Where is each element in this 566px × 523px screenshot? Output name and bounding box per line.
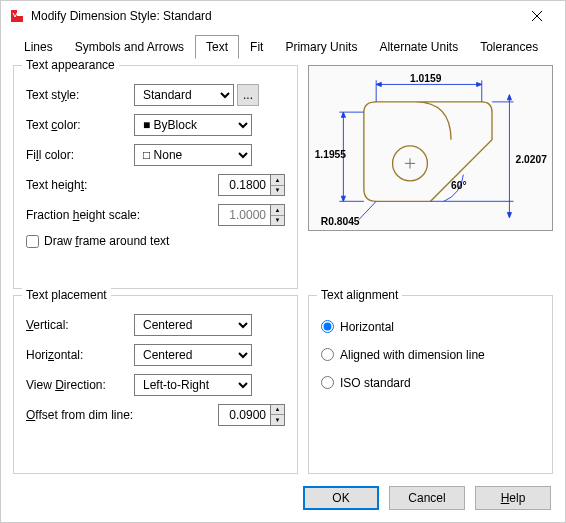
text-color-label: Text color:	[26, 118, 134, 132]
text-color-select[interactable]: ■ ByBlock	[134, 114, 252, 136]
text-height-input[interactable]	[218, 174, 270, 196]
spin-up-icon[interactable]: ▲	[271, 405, 284, 416]
text-appearance-legend: Text appearance	[22, 58, 119, 72]
fraction-height-stepper: ▲▼	[218, 204, 285, 226]
horizontal-radio[interactable]	[321, 320, 334, 333]
spin-up-icon: ▲	[271, 205, 284, 216]
fill-color-label: Fill color:	[26, 148, 134, 162]
tab-alternate[interactable]: Alternate Units	[368, 35, 469, 59]
vertical-select[interactable]: Centered	[134, 314, 252, 336]
horizontal-radio-label: Horizontal	[340, 320, 394, 334]
text-appearance-group: Text appearance Text style: Standard ...…	[13, 65, 298, 289]
text-placement-group: Text placement Vertical: Centered Horizo…	[13, 295, 298, 475]
offset-input[interactable]	[218, 404, 270, 426]
close-icon	[532, 11, 542, 21]
svg-text:2.0207: 2.0207	[516, 154, 548, 165]
spin-down-icon: ▼	[271, 216, 284, 226]
horizontal-select[interactable]: Centered	[134, 344, 252, 366]
view-direction-select[interactable]: Left-to-Right	[134, 374, 252, 396]
ok-button[interactable]: OK	[303, 486, 379, 510]
draw-frame-label: Draw frame around text	[44, 234, 169, 248]
vertical-label: Vertical:	[26, 318, 134, 332]
dialog-footer: OK Cancel Help	[1, 474, 565, 522]
svg-line-10	[359, 201, 376, 219]
window-title: Modify Dimension Style: Standard	[31, 9, 517, 23]
offset-stepper[interactable]: ▲▼	[218, 404, 285, 426]
spin-down-icon[interactable]: ▼	[271, 415, 284, 425]
spin-up-icon[interactable]: ▲	[271, 175, 284, 186]
dimension-preview-icon: 1.0159 1.1955 2.0207 60° R0.8045	[309, 66, 552, 230]
svg-text:1.0159: 1.0159	[410, 73, 442, 84]
iso-radio-label: ISO standard	[340, 376, 411, 390]
help-button[interactable]: Help	[475, 486, 551, 510]
view-direction-label: View Direction:	[26, 378, 134, 392]
text-placement-legend: Text placement	[22, 288, 111, 302]
tab-lines[interactable]: Lines	[13, 35, 64, 59]
aligned-radio[interactable]	[321, 348, 334, 361]
tab-fit[interactable]: Fit	[239, 35, 274, 59]
draw-frame-checkbox[interactable]	[26, 235, 39, 248]
fill-color-select[interactable]: □ None	[134, 144, 252, 166]
aligned-radio-label: Aligned with dimension line	[340, 348, 485, 362]
tab-text[interactable]: Text	[195, 35, 239, 59]
text-style-select[interactable]: Standard	[134, 84, 234, 106]
tab-bar: Lines Symbols and Arrows Text Fit Primar…	[1, 31, 565, 59]
text-style-label: Text style:	[26, 88, 134, 102]
preview-panel: 1.0159 1.1955 2.0207 60° R0.8045	[308, 65, 553, 289]
titlebar: Modify Dimension Style: Standard	[1, 1, 565, 31]
text-height-stepper[interactable]: ▲▼	[218, 174, 285, 196]
svg-text:1.1955: 1.1955	[315, 149, 347, 160]
fraction-height-input	[218, 204, 270, 226]
text-height-label: Text height:	[26, 178, 134, 192]
horizontal-label: Horizontal:	[26, 348, 134, 362]
text-alignment-legend: Text alignment	[317, 288, 402, 302]
spin-down-icon[interactable]: ▼	[271, 186, 284, 196]
svg-text:60°: 60°	[451, 180, 467, 191]
iso-radio[interactable]	[321, 376, 334, 389]
close-button[interactable]	[517, 2, 557, 30]
offset-label: Offset from dim line:	[26, 408, 166, 422]
text-style-more-button[interactable]: ...	[237, 84, 259, 106]
cancel-button[interactable]: Cancel	[389, 486, 465, 510]
tab-tolerances[interactable]: Tolerances	[469, 35, 549, 59]
app-icon	[9, 8, 25, 24]
tab-symbols[interactable]: Symbols and Arrows	[64, 35, 195, 59]
text-alignment-group: Text alignment Horizontal Aligned with d…	[308, 295, 553, 475]
fraction-height-label: Fraction height scale:	[26, 208, 166, 222]
tab-primary[interactable]: Primary Units	[274, 35, 368, 59]
svg-text:R0.8045: R0.8045	[321, 216, 360, 227]
